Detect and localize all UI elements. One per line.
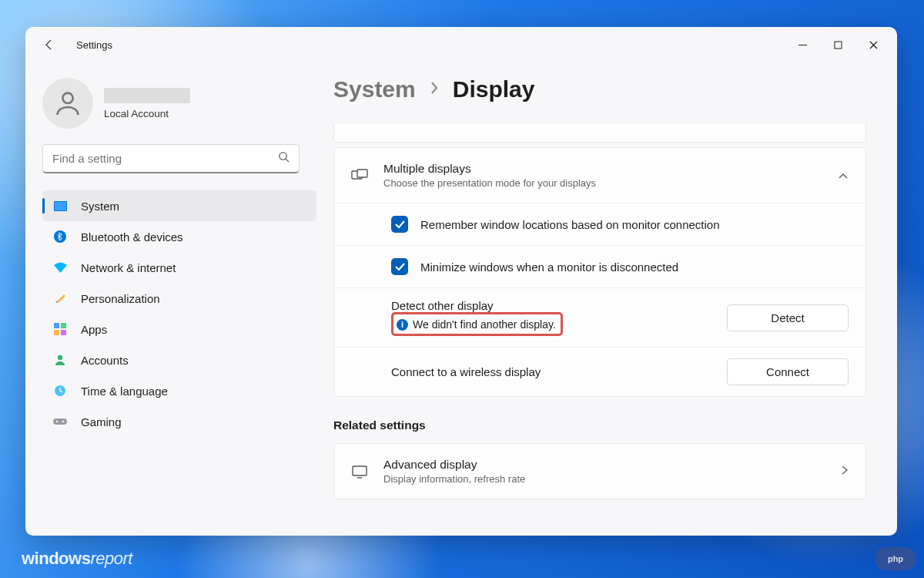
nav-label: Personalization xyxy=(81,292,160,305)
displays-icon xyxy=(351,169,368,183)
previous-card-stub[interactable] xyxy=(333,124,866,143)
nav-label: Apps xyxy=(81,323,107,336)
detect-button[interactable]: Detect xyxy=(727,304,849,331)
sidebar-item-accounts[interactable]: Accounts xyxy=(42,344,316,375)
nav-label: Time & language xyxy=(81,385,168,398)
window-title: Settings xyxy=(76,39,112,51)
wireless-display-row: Connect to a wireless display Connect xyxy=(334,347,865,396)
card-subtitle: Choose the presentation mode for your di… xyxy=(383,177,596,189)
sidebar-item-network[interactable]: Network & internet xyxy=(42,252,316,283)
nav-label: Gaming xyxy=(81,415,122,428)
sidebar-item-apps[interactable]: Apps xyxy=(42,314,316,344)
nav-label: Accounts xyxy=(81,354,129,367)
bluetooth-icon xyxy=(53,230,67,244)
nav-list: System Bluetooth & devices Network & int… xyxy=(25,190,333,437)
svg-rect-18 xyxy=(357,170,367,177)
search-input[interactable] xyxy=(52,152,278,165)
svg-point-12 xyxy=(58,355,62,360)
nav-label: System xyxy=(81,200,119,213)
svg-point-2 xyxy=(62,93,72,103)
multiple-displays-header[interactable]: Multiple displays Choose the presentatio… xyxy=(334,148,865,203)
account-type: Local Account xyxy=(104,108,190,119)
sidebar: Local Account System Bluetooth & devices xyxy=(25,62,333,536)
checkbox-label: Remember window locations based on monit… xyxy=(420,218,720,231)
svg-line-4 xyxy=(286,159,289,162)
detect-hint: We didn't find another display. xyxy=(413,318,556,331)
sidebar-item-system[interactable]: System xyxy=(42,190,316,221)
gaming-icon xyxy=(53,415,67,428)
system-icon xyxy=(53,199,67,213)
breadcrumb-current: Display xyxy=(453,76,535,102)
checkbox-label: Minimize windows when a monitor is disco… xyxy=(420,260,678,274)
nav-label: Bluetooth & devices xyxy=(81,230,183,244)
card-title: Advanced display xyxy=(383,458,525,472)
svg-rect-9 xyxy=(61,323,66,328)
checkbox-checked[interactable] xyxy=(391,216,408,233)
wireless-title: Connect to a wireless display xyxy=(391,365,727,378)
back-button[interactable] xyxy=(38,33,61,56)
search-icon xyxy=(278,151,290,166)
highlight-box: i We didn't find another display. xyxy=(391,312,563,336)
search-box[interactable] xyxy=(42,144,300,173)
sidebar-item-gaming[interactable]: Gaming xyxy=(42,406,316,437)
accounts-icon xyxy=(53,353,67,367)
apps-icon xyxy=(53,322,67,336)
watermark: windowsreport xyxy=(22,549,132,569)
svg-rect-1 xyxy=(835,42,842,49)
sidebar-item-personalization[interactable]: Personalization xyxy=(42,283,316,314)
brush-icon xyxy=(53,291,67,305)
chevron-up-icon xyxy=(838,169,849,183)
minimize-button[interactable] xyxy=(785,27,820,62)
svg-point-16 xyxy=(62,421,64,422)
detect-display-row: Detect other display i We didn't find an… xyxy=(334,287,865,347)
detect-title: Detect other display xyxy=(391,299,727,312)
breadcrumb: System Display xyxy=(333,76,866,102)
remember-locations-row[interactable]: Remember window locations based on monit… xyxy=(334,203,865,245)
svg-rect-10 xyxy=(54,330,59,335)
settings-window: Settings Local Account xyxy=(25,27,897,536)
connect-button[interactable]: Connect xyxy=(727,358,849,385)
avatar xyxy=(42,78,93,129)
sidebar-item-time-language[interactable]: Time & language xyxy=(42,375,316,406)
content-area: System Display Multiple displays Choose … xyxy=(333,62,897,536)
svg-point-7 xyxy=(54,230,66,243)
svg-rect-11 xyxy=(61,330,66,335)
titlebar: Settings xyxy=(25,27,897,62)
chevron-right-icon xyxy=(430,81,439,98)
wifi-icon xyxy=(53,260,67,274)
info-icon: i xyxy=(397,319,408,331)
breadcrumb-parent[interactable]: System xyxy=(333,76,416,102)
svg-rect-14 xyxy=(53,418,67,425)
clock-icon xyxy=(53,384,67,398)
minimize-on-disconnect-row[interactable]: Minimize windows when a monitor is disco… xyxy=(334,245,865,287)
multiple-displays-card: Multiple displays Choose the presentatio… xyxy=(333,147,866,397)
advanced-display-card[interactable]: Advanced display Display information, re… xyxy=(333,443,866,499)
chevron-right-icon xyxy=(841,465,849,479)
nav-label: Network & internet xyxy=(81,261,176,274)
sidebar-item-bluetooth[interactable]: Bluetooth & devices xyxy=(42,221,316,252)
svg-point-15 xyxy=(56,421,58,422)
php-badge: php xyxy=(875,547,916,570)
card-subtitle: Display information, refresh rate xyxy=(383,473,525,485)
svg-rect-19 xyxy=(353,466,367,476)
related-settings-heading: Related settings xyxy=(333,418,866,432)
svg-rect-8 xyxy=(54,323,59,328)
monitor-icon xyxy=(351,465,368,479)
card-title: Multiple displays xyxy=(383,162,596,176)
profile-block[interactable]: Local Account xyxy=(25,70,333,144)
profile-name-redacted xyxy=(104,88,190,103)
checkbox-checked[interactable] xyxy=(391,258,408,275)
close-button[interactable] xyxy=(855,27,891,62)
svg-rect-6 xyxy=(55,202,66,210)
svg-point-3 xyxy=(280,153,286,160)
maximize-button[interactable] xyxy=(820,27,855,62)
